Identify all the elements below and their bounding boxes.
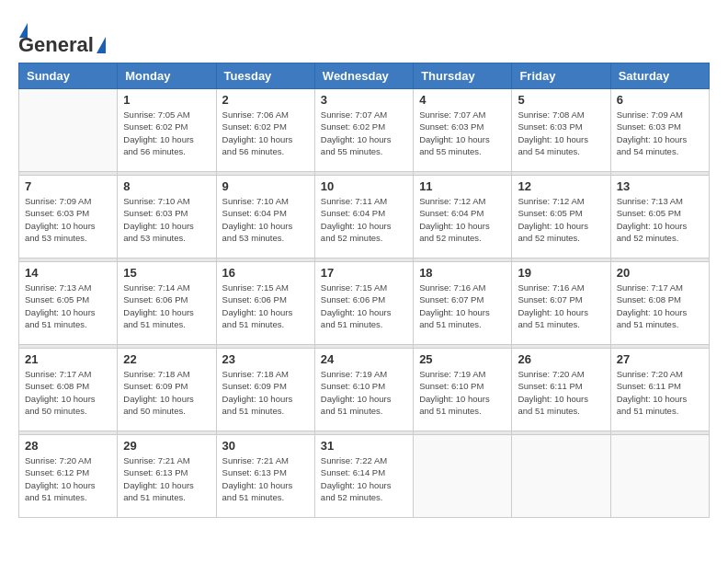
day-number: 1 [123, 93, 210, 107]
day-info: Sunrise: 7:10 AM Sunset: 6:03 PM Dayligh… [123, 195, 210, 244]
calendar-cell: 30Sunrise: 7:21 AM Sunset: 6:13 PM Dayli… [216, 435, 314, 518]
day-number: 15 [123, 266, 210, 280]
calendar-cell: 29Sunrise: 7:21 AM Sunset: 6:13 PM Dayli… [118, 435, 216, 518]
day-info: Sunrise: 7:08 AM Sunset: 6:03 PM Dayligh… [518, 109, 604, 157]
day-number: 16 [222, 266, 309, 280]
calendar-cell: 9Sunrise: 7:10 AM Sunset: 6:04 PM Daylig… [216, 176, 314, 259]
calendar-cell: 28Sunrise: 7:20 AM Sunset: 6:12 PM Dayli… [19, 435, 118, 518]
calendar-cell [610, 435, 709, 518]
page-header: General [18, 18, 710, 53]
calendar-cell: 23Sunrise: 7:18 AM Sunset: 6:09 PM Dayli… [216, 349, 314, 431]
header-thursday: Thursday [414, 63, 512, 89]
day-info: Sunrise: 7:20 AM Sunset: 6:11 PM Dayligh… [518, 368, 604, 417]
day-number: 4 [419, 93, 506, 107]
calendar-cell: 13Sunrise: 7:13 AM Sunset: 6:05 PM Dayli… [610, 176, 709, 259]
calendar-cell: 24Sunrise: 7:19 AM Sunset: 6:10 PM Dayli… [314, 349, 413, 431]
week-row-2: 7Sunrise: 7:09 AM Sunset: 6:03 PM Daylig… [19, 176, 710, 259]
day-info: Sunrise: 7:18 AM Sunset: 6:09 PM Dayligh… [123, 368, 210, 417]
logo-general-text: General [18, 33, 94, 57]
day-info: Sunrise: 7:16 AM Sunset: 6:07 PM Dayligh… [419, 282, 506, 330]
day-info: Sunrise: 7:18 AM Sunset: 6:09 PM Dayligh… [222, 368, 309, 417]
calendar-cell: 7Sunrise: 7:09 AM Sunset: 6:03 PM Daylig… [19, 176, 118, 259]
day-info: Sunrise: 7:21 AM Sunset: 6:13 PM Dayligh… [123, 454, 210, 503]
calendar-cell: 4Sunrise: 7:07 AM Sunset: 6:03 PM Daylig… [414, 89, 512, 172]
week-row-1: 1Sunrise: 7:05 AM Sunset: 6:02 PM Daylig… [19, 89, 710, 172]
day-info: Sunrise: 7:12 AM Sunset: 6:05 PM Dayligh… [518, 195, 604, 244]
day-number: 24 [321, 352, 407, 366]
calendar-cell: 1Sunrise: 7:05 AM Sunset: 6:02 PM Daylig… [118, 89, 216, 172]
day-info: Sunrise: 7:09 AM Sunset: 6:03 PM Dayligh… [617, 109, 703, 157]
day-info: Sunrise: 7:15 AM Sunset: 6:06 PM Dayligh… [321, 282, 407, 330]
day-number: 13 [617, 179, 703, 193]
day-number: 31 [321, 439, 407, 453]
day-number: 3 [321, 93, 407, 107]
day-info: Sunrise: 7:09 AM Sunset: 6:03 PM Dayligh… [25, 195, 111, 244]
day-info: Sunrise: 7:17 AM Sunset: 6:08 PM Dayligh… [25, 368, 111, 417]
calendar-cell: 6Sunrise: 7:09 AM Sunset: 6:03 PM Daylig… [610, 89, 709, 172]
day-info: Sunrise: 7:19 AM Sunset: 6:10 PM Dayligh… [321, 368, 407, 417]
day-number: 6 [617, 93, 703, 107]
day-info: Sunrise: 7:12 AM Sunset: 6:04 PM Dayligh… [419, 195, 506, 244]
calendar-cell: 22Sunrise: 7:18 AM Sunset: 6:09 PM Dayli… [118, 349, 216, 431]
day-info: Sunrise: 7:14 AM Sunset: 6:06 PM Dayligh… [123, 282, 210, 330]
calendar-cell: 19Sunrise: 7:16 AM Sunset: 6:07 PM Dayli… [512, 262, 610, 345]
day-number: 29 [123, 439, 210, 453]
header-saturday: Saturday [610, 63, 709, 89]
calendar-cell: 8Sunrise: 7:10 AM Sunset: 6:03 PM Daylig… [118, 176, 216, 259]
day-number: 20 [617, 266, 703, 280]
day-number: 19 [518, 266, 604, 280]
day-number: 23 [222, 352, 309, 366]
day-number: 26 [518, 352, 604, 366]
header-monday: Monday [118, 63, 216, 89]
day-info: Sunrise: 7:20 AM Sunset: 6:11 PM Dayligh… [617, 368, 703, 417]
day-number: 21 [25, 352, 111, 366]
day-info: Sunrise: 7:10 AM Sunset: 6:04 PM Dayligh… [222, 195, 309, 244]
day-info: Sunrise: 7:22 AM Sunset: 6:14 PM Dayligh… [321, 454, 407, 503]
header-sunday: Sunday [19, 63, 118, 89]
calendar-cell: 14Sunrise: 7:13 AM Sunset: 6:05 PM Dayli… [19, 262, 118, 345]
day-info: Sunrise: 7:17 AM Sunset: 6:08 PM Dayligh… [617, 282, 703, 330]
day-info: Sunrise: 7:20 AM Sunset: 6:12 PM Dayligh… [25, 454, 111, 503]
day-info: Sunrise: 7:13 AM Sunset: 6:05 PM Dayligh… [617, 195, 703, 244]
calendar-cell [414, 435, 512, 518]
calendar-cell [512, 435, 610, 518]
calendar-cell: 26Sunrise: 7:20 AM Sunset: 6:11 PM Dayli… [512, 349, 610, 431]
day-number: 7 [25, 179, 111, 193]
calendar-cell: 10Sunrise: 7:11 AM Sunset: 6:04 PM Dayli… [314, 176, 413, 259]
day-number: 28 [25, 439, 111, 453]
calendar-cell: 20Sunrise: 7:17 AM Sunset: 6:08 PM Dayli… [610, 262, 709, 345]
header-friday: Friday [512, 63, 610, 89]
day-info: Sunrise: 7:16 AM Sunset: 6:07 PM Dayligh… [518, 282, 604, 330]
day-number: 9 [222, 179, 309, 193]
calendar-cell: 27Sunrise: 7:20 AM Sunset: 6:11 PM Dayli… [610, 349, 709, 431]
day-info: Sunrise: 7:13 AM Sunset: 6:05 PM Dayligh… [25, 282, 111, 330]
day-info: Sunrise: 7:07 AM Sunset: 6:02 PM Dayligh… [321, 109, 407, 157]
day-info: Sunrise: 7:15 AM Sunset: 6:06 PM Dayligh… [222, 282, 309, 330]
calendar-cell: 15Sunrise: 7:14 AM Sunset: 6:06 PM Dayli… [118, 262, 216, 345]
header-wednesday: Wednesday [314, 63, 413, 89]
day-number: 18 [419, 266, 506, 280]
week-row-5: 28Sunrise: 7:20 AM Sunset: 6:12 PM Dayli… [19, 435, 710, 518]
week-row-4: 21Sunrise: 7:17 AM Sunset: 6:08 PM Dayli… [19, 349, 710, 431]
day-number: 2 [222, 93, 309, 107]
calendar-cell: 3Sunrise: 7:07 AM Sunset: 6:02 PM Daylig… [314, 89, 413, 172]
calendar-cell: 25Sunrise: 7:19 AM Sunset: 6:10 PM Dayli… [414, 349, 512, 431]
day-info: Sunrise: 7:19 AM Sunset: 6:10 PM Dayligh… [419, 368, 506, 417]
calendar-cell: 2Sunrise: 7:06 AM Sunset: 6:02 PM Daylig… [216, 89, 314, 172]
day-number: 10 [321, 179, 407, 193]
logo: General [18, 18, 106, 53]
day-number: 5 [518, 93, 604, 107]
day-info: Sunrise: 7:11 AM Sunset: 6:04 PM Dayligh… [321, 195, 407, 244]
day-info: Sunrise: 7:07 AM Sunset: 6:03 PM Dayligh… [419, 109, 506, 157]
day-number: 11 [419, 179, 506, 193]
day-number: 30 [222, 439, 309, 453]
calendar-cell: 5Sunrise: 7:08 AM Sunset: 6:03 PM Daylig… [512, 89, 610, 172]
calendar-cell: 11Sunrise: 7:12 AM Sunset: 6:04 PM Dayli… [414, 176, 512, 259]
calendar-cell: 12Sunrise: 7:12 AM Sunset: 6:05 PM Dayli… [512, 176, 610, 259]
day-info: Sunrise: 7:21 AM Sunset: 6:13 PM Dayligh… [222, 454, 309, 503]
day-info: Sunrise: 7:05 AM Sunset: 6:02 PM Dayligh… [123, 109, 210, 157]
calendar: SundayMondayTuesdayWednesdayThursdayFrid… [18, 63, 710, 518]
calendar-cell [19, 89, 118, 172]
week-row-3: 14Sunrise: 7:13 AM Sunset: 6:05 PM Dayli… [19, 262, 710, 345]
day-number: 25 [419, 352, 506, 366]
